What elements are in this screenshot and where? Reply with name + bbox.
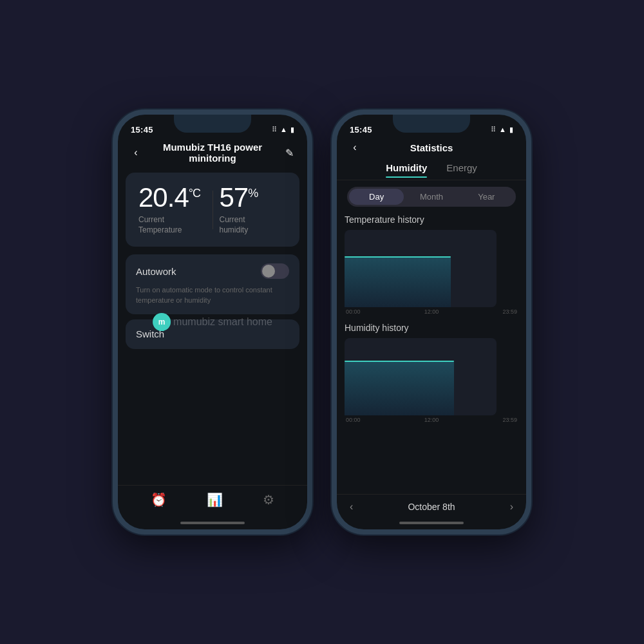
bar-chart-icon: 📊 (207, 492, 223, 507)
tab-humidity[interactable]: Humidity (386, 162, 427, 177)
metrics-row: 20.4°C CurrentTemperature 57% Currenthum… (126, 173, 299, 247)
toggle-thumb (262, 265, 275, 278)
temperature-bar (345, 257, 451, 307)
wifi-icon: ▲ (280, 126, 287, 133)
nav-bar-left: ‹ Mumubiz TH16 power minitoring ✎ (118, 138, 307, 167)
period-selector: Day Month Year (347, 187, 516, 207)
right-phone: 15:45 ⠿ ▲ ▮ ‹ Statistics • Humidity Ener… (332, 109, 531, 535)
left-phone: 15:45 ⠿ ▲ ▮ ‹ Mumubiz TH16 power minitor… (113, 109, 312, 535)
humidity-history-section: Humidity history 60 40 20 0 (345, 323, 518, 423)
status-time-left: 15:45 (131, 125, 153, 135)
settings-icon: ⚙ (263, 492, 274, 507)
temperature-history-section: Temperature history 30 20 10 0 (345, 214, 518, 315)
status-icons-left: ⠿ ▲ ▮ (272, 126, 294, 134)
battery-icon-r: ▮ (509, 126, 513, 134)
page-title-left: Mumubiz TH16 power minitoring (144, 142, 281, 164)
current-date: October 8th (408, 502, 455, 512)
temperature-block: 20.4°C CurrentTemperature (138, 184, 206, 235)
stats-tabs: Humidity Energy (337, 157, 526, 180)
tab-bar-left: ⏰ 📊 ⚙ (118, 485, 307, 518)
humidity-unit: % (248, 187, 258, 200)
switch-card[interactable]: Switch (126, 319, 299, 349)
metrics-divider (213, 191, 213, 229)
screen-content-right: Humidity Energy Day Month Year Temperatu… (337, 157, 526, 529)
temperature-chart (345, 230, 497, 307)
humidity-x-labels: 00:00 12:00 23:59 (345, 417, 518, 423)
autowork-card: Autowork Turn on automatic mode to contr… (126, 254, 299, 314)
autowork-row: Autowork (136, 263, 289, 279)
temperature-label: CurrentTemperature (138, 215, 206, 235)
screen-content-left: 20.4°C CurrentTemperature 57% Currenthum… (118, 167, 307, 529)
clock-icon: ⏰ (151, 492, 167, 507)
tab-chart[interactable]: 📊 (207, 492, 223, 507)
temperature-chart-inner (345, 230, 497, 307)
humidity-block: 57% Currenthumidity (220, 184, 287, 235)
wifi-icon-r: ▲ (499, 126, 506, 133)
period-year[interactable]: Year (459, 189, 514, 205)
home-indicator-left (180, 522, 245, 524)
tab-energy[interactable]: Energy (446, 162, 477, 177)
temperature-unit: °C (189, 187, 200, 200)
battery-icon: ▮ (290, 126, 294, 134)
page-title-right: Statistics (363, 142, 500, 153)
prev-date-button[interactable]: ‹ (350, 501, 353, 513)
humidity-line (345, 361, 454, 362)
period-day[interactable]: Day (349, 189, 404, 205)
autowork-label: Autowork (136, 266, 176, 277)
signal-icon: ⠿ (272, 126, 277, 134)
humidity-label: Currenthumidity (220, 215, 287, 235)
signal-icon-r: ⠿ (491, 126, 496, 134)
status-bar-left: 15:45 ⠿ ▲ ▮ (118, 115, 307, 138)
humidity-history-title: Humidity history (345, 323, 518, 333)
switch-label: Switch (136, 328, 164, 339)
status-time-right: 15:45 (350, 125, 372, 135)
edit-icon[interactable]: ✎ (281, 147, 297, 159)
date-navigation: ‹ October 8th › (337, 494, 526, 518)
temperature-line (345, 256, 451, 258)
temperature-x-labels: 00:00 12:00 23:59 (345, 308, 518, 315)
humidity-chart-inner (345, 338, 497, 415)
autowork-description: Turn on automatic mode to control consta… (136, 285, 289, 305)
nav-bar-right: ‹ Statistics • (337, 138, 526, 157)
back-icon-left[interactable]: ‹ (128, 147, 144, 158)
next-date-button[interactable]: › (510, 501, 513, 513)
back-icon-right[interactable]: ‹ (347, 142, 363, 153)
home-indicator-right (399, 522, 464, 524)
period-month[interactable]: Month (404, 189, 459, 205)
autowork-toggle[interactable] (261, 263, 289, 279)
tab-clock[interactable]: ⏰ (151, 492, 167, 507)
temperature-history-title: Temperature history (345, 214, 518, 225)
tab-settings[interactable]: ⚙ (263, 492, 274, 507)
humidity-value: 57% (220, 184, 287, 211)
status-bar-right: 15:45 ⠿ ▲ ▮ (337, 115, 526, 138)
humidity-chart (345, 338, 497, 415)
temperature-value: 20.4°C (138, 184, 206, 211)
status-icons-right: ⠿ ▲ ▮ (491, 126, 513, 134)
humidity-bar (345, 361, 454, 415)
